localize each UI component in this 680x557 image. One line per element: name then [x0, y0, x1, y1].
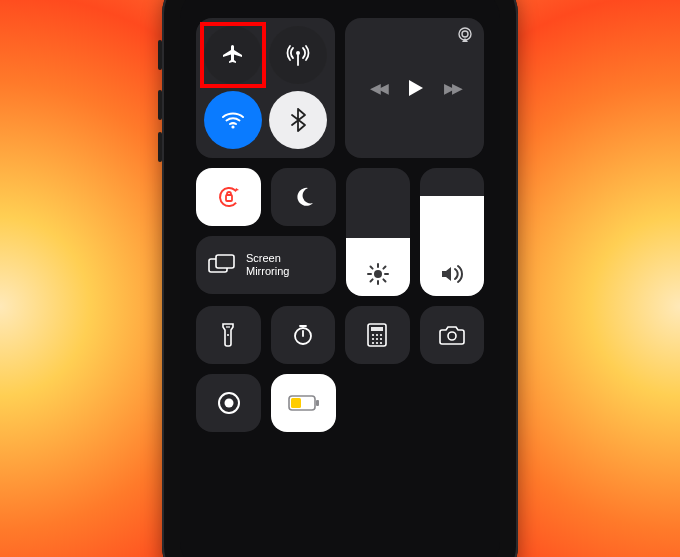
svg-point-26 — [376, 334, 378, 336]
calculator-icon — [367, 323, 387, 347]
screen-mirroring-button[interactable]: Screen Mirroring — [196, 236, 336, 294]
media-controls-tile[interactable]: ◀◀ ▶▶ — [345, 18, 484, 158]
flashlight-button[interactable] — [196, 306, 261, 364]
battery-icon — [288, 395, 320, 411]
brightness-slider[interactable] — [346, 168, 410, 296]
svg-point-29 — [376, 338, 378, 340]
svg-point-2 — [231, 125, 234, 128]
svg-line-14 — [371, 267, 373, 269]
svg-point-31 — [372, 342, 374, 344]
svg-rect-8 — [216, 255, 234, 268]
timer-button[interactable] — [271, 306, 336, 364]
brightness-icon — [366, 262, 390, 286]
rewind-icon[interactable]: ◀◀ — [370, 80, 386, 96]
svg-rect-39 — [291, 398, 301, 408]
bluetooth-icon — [288, 107, 308, 133]
svg-point-27 — [380, 334, 382, 336]
svg-point-32 — [376, 342, 378, 344]
flashlight-icon — [220, 322, 236, 348]
wifi-icon — [220, 107, 246, 133]
svg-rect-24 — [371, 327, 383, 331]
svg-line-16 — [371, 279, 373, 281]
svg-point-9 — [374, 270, 382, 278]
tutorial-highlight — [200, 22, 266, 88]
fast-forward-icon[interactable]: ▶▶ — [444, 80, 460, 96]
play-icon[interactable] — [404, 77, 426, 99]
screen-record-button[interactable] — [196, 374, 261, 432]
airplay-icon[interactable] — [456, 26, 474, 44]
wallpaper-background: ◀◀ ▶▶ — [0, 0, 680, 557]
timer-icon — [291, 323, 315, 347]
svg-point-5 — [216, 184, 241, 209]
camera-icon — [439, 325, 465, 345]
svg-rect-6 — [226, 195, 232, 201]
svg-rect-38 — [316, 400, 319, 406]
svg-point-25 — [372, 334, 374, 336]
control-center: ◀◀ ▶▶ — [196, 18, 484, 557]
screen-mirroring-icon — [208, 254, 236, 276]
do-not-disturb-toggle[interactable] — [271, 168, 336, 226]
svg-point-36 — [224, 399, 233, 408]
moon-icon — [293, 186, 315, 208]
screen: ◀◀ ▶▶ — [180, 0, 500, 557]
camera-button[interactable] — [420, 306, 485, 364]
low-power-mode-toggle[interactable] — [271, 374, 336, 432]
svg-line-17 — [383, 267, 385, 269]
calculator-button[interactable] — [345, 306, 410, 364]
svg-line-15 — [383, 279, 385, 281]
wifi-toggle[interactable] — [204, 91, 262, 149]
control-center-handle-icon[interactable] — [327, 0, 353, 2]
media-transport: ◀◀ ▶▶ — [370, 77, 460, 99]
svg-point-19 — [227, 334, 229, 336]
antenna-icon — [285, 42, 311, 68]
cellular-data-toggle[interactable] — [269, 26, 327, 84]
svg-point-33 — [380, 342, 382, 344]
iphone-frame: ◀◀ ▶▶ — [162, 0, 518, 557]
volume-icon — [439, 262, 465, 286]
svg-point-30 — [380, 338, 382, 340]
svg-point-4 — [462, 31, 468, 37]
svg-point-34 — [448, 332, 456, 340]
volume-slider[interactable] — [420, 168, 484, 296]
bluetooth-toggle[interactable] — [269, 91, 327, 149]
screen-mirroring-label: Screen Mirroring — [246, 252, 289, 278]
connectivity-group — [196, 18, 335, 158]
orientation-lock-toggle[interactable] — [196, 168, 261, 226]
record-icon — [216, 390, 242, 416]
orientation-lock-icon — [215, 183, 243, 211]
svg-point-28 — [372, 338, 374, 340]
